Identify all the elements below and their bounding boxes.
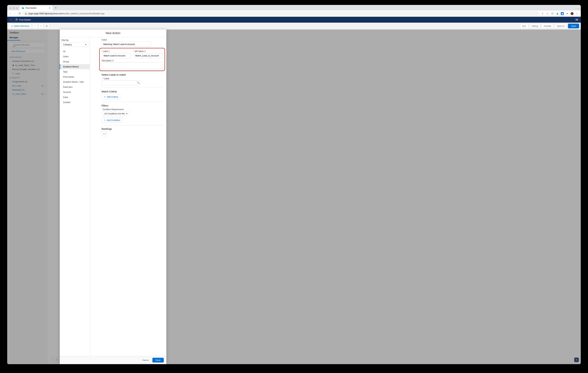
browser-tab[interactable]: Flow Builder ✕	[20, 6, 52, 10]
tab-close-icon[interactable]: ✕	[49, 7, 51, 9]
category-item[interactable]: Task	[60, 69, 90, 74]
action-label: Action	[102, 39, 163, 41]
redo-icon[interactable]: ↷	[38, 24, 43, 29]
add-ranking-button[interactable]: ＋▾	[102, 132, 107, 136]
leads-search-input[interactable]	[102, 80, 141, 85]
salesforce-cloud-icon	[22, 7, 24, 9]
modal-filter-panel: Filter By Category ▾ AllUsersGroupGradie…	[60, 37, 90, 143]
category-item[interactable]: Price books	[60, 74, 90, 79]
new-action-modal: New Action Filter By Category ▾ AllUsers…	[60, 30, 166, 143]
add-criteria-button[interactable]: ＋ Add Criteria	[102, 94, 120, 99]
category-item[interactable]: Case	[60, 95, 90, 100]
modal-form-panel: Action Label1 API Name2	[90, 37, 166, 143]
description-field-label: Description3	[102, 59, 163, 62]
nav-reload-icon[interactable]: ⟳	[18, 12, 21, 15]
category-item[interactable]: All	[60, 49, 90, 54]
lock-icon: 🔒	[25, 12, 27, 15]
url-path: /builder_platform_interaction/flowBuilde…	[63, 12, 105, 15]
category-item[interactable]: Feed Item	[60, 84, 90, 90]
builder-toolbar: ▭ Select Elements ↶ ↷ ⚙ Run Debug Activa…	[7, 23, 225, 30]
section-match-criteria: Match Criteria	[102, 90, 163, 93]
app-back-icon[interactable]: ←	[9, 18, 13, 21]
app-title: Flow Builder	[15, 18, 31, 21]
section-filters: Filters	[102, 104, 163, 107]
undo-icon[interactable]: ↶	[32, 24, 37, 29]
url-host: page-page-5950.lightning.force.com	[28, 12, 63, 15]
chevron-down-icon: ▾	[126, 112, 127, 115]
plus-icon: ＋	[104, 119, 106, 122]
condition-requirements-dropdown[interactable]: All Conditions Are Me ▾	[103, 111, 129, 116]
select-elements-button[interactable]: ▭ Select Elements	[9, 24, 32, 28]
category-item[interactable]: Group	[60, 59, 90, 64]
browser-window: Flow Builder ✕ + ⌄ ← → ⟳ 🔒 page-page-595…	[7, 5, 225, 143]
plus-icon: ＋	[104, 95, 106, 98]
app-header: ← Flow Builder ✕ ? ▾	[7, 17, 225, 23]
annotation-2: 2	[144, 50, 146, 52]
section-select-leads: Select Leads to match	[102, 73, 163, 76]
minimize-window-icon[interactable]	[13, 7, 15, 9]
api-name-field-label: API Name2	[134, 50, 163, 52]
plus-icon: ＋	[103, 132, 105, 135]
new-tab-button[interactable]: +	[53, 6, 58, 10]
condition-requirements-label: Condition Requirements	[103, 108, 163, 111]
flow-icon	[15, 18, 18, 21]
maximize-window-icon[interactable]	[16, 7, 18, 9]
annotation-1: 1	[108, 50, 110, 52]
highlight-box: Label1 API Name2 Description3	[99, 48, 165, 71]
nav-back-icon[interactable]: ←	[9, 12, 12, 15]
category-item[interactable]: Users	[60, 54, 90, 59]
main-area: Toolbox Manager 🔍 New Resource RESOURCES…	[7, 30, 225, 143]
window-controls	[9, 7, 20, 10]
category-item[interactable]: Contact	[60, 100, 90, 105]
browser-tab-bar: Flow Builder ✕ + ⌄	[7, 5, 225, 10]
browser-address-bar: ← → ⟳ 🔒 page-page-5950.lightning.force.c…	[7, 10, 225, 17]
tab-title: Flow Builder	[26, 7, 36, 9]
chevron-down-icon: ▾	[85, 43, 86, 46]
section-rankings: Rankings	[102, 127, 163, 130]
settings-gear-icon[interactable]: ⚙	[44, 24, 49, 29]
add-condition-button[interactable]: ＋ Add Condition	[102, 117, 122, 123]
category-item[interactable]: Account	[60, 90, 90, 95]
close-window-icon[interactable]	[10, 7, 11, 9]
leads-label: Leads	[103, 77, 163, 80]
annotation-3: 3	[112, 59, 113, 62]
nav-forward-icon[interactable]: →	[13, 12, 16, 15]
modal-title: New Action	[60, 30, 166, 37]
label-input[interactable]	[102, 53, 131, 58]
filter-by-label: Filter By	[61, 39, 88, 41]
description-input[interactable]	[102, 62, 163, 69]
search-icon: 🔍	[137, 82, 140, 84]
action-input[interactable]	[102, 42, 151, 47]
category-item[interactable]: Gradient Works - Utils	[60, 79, 90, 84]
label-field-label: Label1	[102, 50, 131, 52]
chevron-down-icon: ▾	[105, 133, 106, 135]
category-item[interactable]: Gradient Works	[60, 64, 90, 69]
api-name-input[interactable]	[134, 53, 163, 58]
select-icon: ▭	[11, 25, 13, 27]
filter-category-dropdown[interactable]: Category ▾	[61, 42, 88, 47]
url-box[interactable]: 🔒 page-page-5950.lightning.force.com/bui…	[23, 11, 225, 16]
